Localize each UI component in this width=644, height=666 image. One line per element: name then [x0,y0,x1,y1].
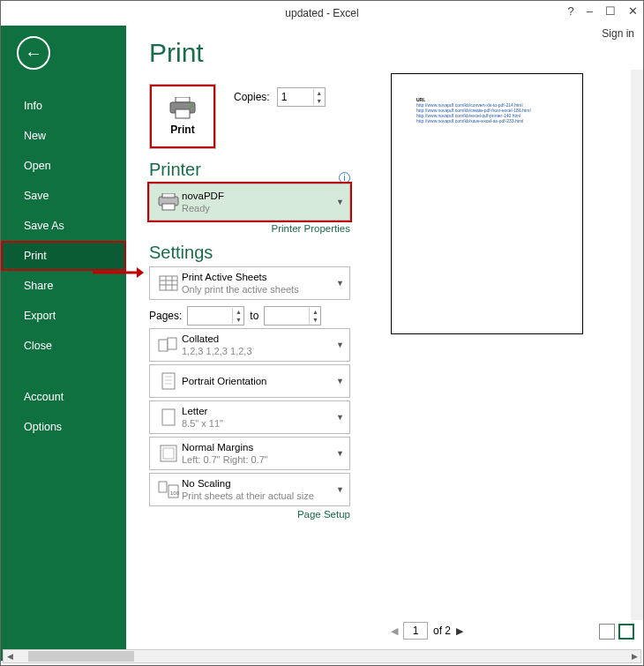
print-what-dropdown[interactable]: Print Active Sheets Only print the activ… [149,266,350,300]
print-what-sub: Only print the active sheets [182,283,336,296]
spinner-up-icon[interactable]: ▲ [310,308,320,316]
annotation-arrow-right [93,264,144,281]
nav-close[interactable]: Close [1,331,126,361]
orientation-dropdown[interactable]: Portrait Orientation ▼ [149,364,350,398]
page-setup-link[interactable]: Page Setup [149,509,350,520]
copies-spinner[interactable]: ▲▼ [277,87,326,107]
scroll-left-icon[interactable]: ◀ [4,652,16,661]
chevron-down-icon: ▼ [336,485,344,494]
spinner-down-icon[interactable]: ▼ [233,316,243,324]
pages-from-spinner[interactable]: ▲▼ [187,306,244,326]
pages-to-spinner[interactable]: ▲▼ [264,306,321,326]
nav-open[interactable]: Open [1,151,126,181]
next-page-button[interactable]: ▶ [456,625,463,637]
margins-sub: Left: 0.7" Right: 0.7" [182,453,336,466]
collated-icon [158,337,179,353]
current-page-input[interactable] [403,622,428,640]
svg-rect-16 [159,340,168,351]
printer-dropdown[interactable]: novaPDF Ready ▼ [149,183,350,221]
collation-title: Collated [182,333,336,345]
collation-dropdown[interactable]: Collated 1,2,3 1,2,3 1,2,3 ▼ [149,328,350,362]
zoom-controls [599,624,634,640]
spinner-down-icon[interactable]: ▼ [314,97,325,105]
info-icon[interactable]: i [339,172,350,183]
pages-to-input[interactable] [265,307,309,325]
margins-title: Normal Margins [182,441,336,453]
printer-device-icon [157,193,180,211]
chevron-down-icon: ▼ [336,449,344,458]
paper-title: Letter [182,405,336,417]
printer-properties-link[interactable]: Printer Properties [149,223,350,234]
nav-options[interactable]: Options [1,412,126,442]
margins-icon [160,445,177,462]
copies-label: Copies: [234,91,270,103]
paper-icon [161,408,176,426]
chevron-down-icon: ▼ [336,340,344,349]
nav-export[interactable]: Export [1,301,126,331]
preview-content: URL http://www.novapdf.com/kb/convert-xl… [416,97,531,123]
pages-from-input[interactable] [188,307,232,325]
svg-rect-4 [176,109,190,118]
nav-save-as[interactable]: Save As [1,211,126,241]
svg-rect-25 [159,482,167,492]
scroll-right-icon[interactable]: ▶ [628,652,640,661]
chevron-down-icon: ▼ [336,413,344,422]
scaling-sub: Print sheets at their actual size [182,490,336,502]
scaling-title: No Scaling [182,477,336,490]
orientation-title: Portrait Orientation [182,375,336,387]
page-total-label: of 2 [433,625,451,637]
svg-rect-22 [162,409,175,425]
show-margins-button[interactable] [599,624,615,640]
svg-rect-2 [176,97,190,102]
back-button[interactable]: ← [17,36,50,70]
spinner-up-icon[interactable]: ▲ [314,89,325,97]
title-bar: updated - Excel ? – ☐ ✕ [1,1,643,26]
svg-rect-9 [162,193,175,198]
app-window: updated - Excel ? – ☐ ✕ Sign in ← Info N… [0,0,644,666]
minimize-button[interactable]: – [587,4,593,18]
svg-rect-18 [162,373,175,389]
prev-page-button[interactable]: ◀ [391,625,398,637]
zoom-to-page-button[interactable] [618,624,634,640]
nav-account[interactable]: Account [1,382,126,412]
chevron-down-icon: ▼ [336,377,344,385]
margins-dropdown[interactable]: Normal Margins Left: 0.7" Right: 0.7" ▼ [149,437,350,470]
paper-dropdown[interactable]: Letter 8.5" x 11" ▼ [149,400,350,434]
vertical-scrollbar[interactable] [631,70,643,620]
printer-icon [168,97,197,120]
pages-label: Pages: [149,310,182,322]
scaling-dropdown[interactable]: 100 No Scaling Print sheets at their act… [149,473,350,506]
print-what-title: Print Active Sheets [182,271,336,283]
svg-marker-1 [137,267,144,278]
scaling-icon: 100 [158,481,179,498]
window-title: updated - Excel [285,7,358,19]
printer-name: novaPDF [182,190,336,202]
nav-info[interactable]: Info [1,91,126,121]
spinner-up-icon[interactable]: ▲ [233,308,243,316]
help-icon[interactable]: ? [568,4,574,18]
main: Print Print Copies: [126,26,643,661]
preview-page: URL http://www.novapdf.com/kb/convert-xl… [391,73,583,334]
copies-input[interactable] [278,88,313,106]
print-button[interactable]: Print [149,84,216,149]
spinner-down-icon[interactable]: ▼ [310,316,320,324]
chevron-down-icon: ▼ [336,279,344,288]
close-button[interactable]: ✕ [628,4,638,18]
to-label: to [250,310,258,322]
paper-sub: 8.5" x 11" [182,417,336,430]
print-controls: Print Print Copies: [126,26,356,661]
horizontal-scrollbar[interactable]: ◀ ▶ [3,649,641,663]
maximize-button[interactable]: ☐ [605,4,616,18]
printer-status: Ready [182,202,336,214]
svg-rect-17 [168,338,176,349]
svg-point-5 [191,105,193,108]
settings-section-title: Settings [149,243,356,263]
body: ← Info New Open Save Save As Print Share… [1,26,643,661]
nav-new[interactable]: New [1,121,126,151]
scrollbar-thumb[interactable] [28,651,134,662]
page-navigation: ◀ of 2 ▶ [391,622,463,640]
svg-rect-11 [160,276,177,290]
page-title: Print [149,38,356,68]
svg-rect-10 [162,204,175,210]
nav-save[interactable]: Save [1,181,126,211]
